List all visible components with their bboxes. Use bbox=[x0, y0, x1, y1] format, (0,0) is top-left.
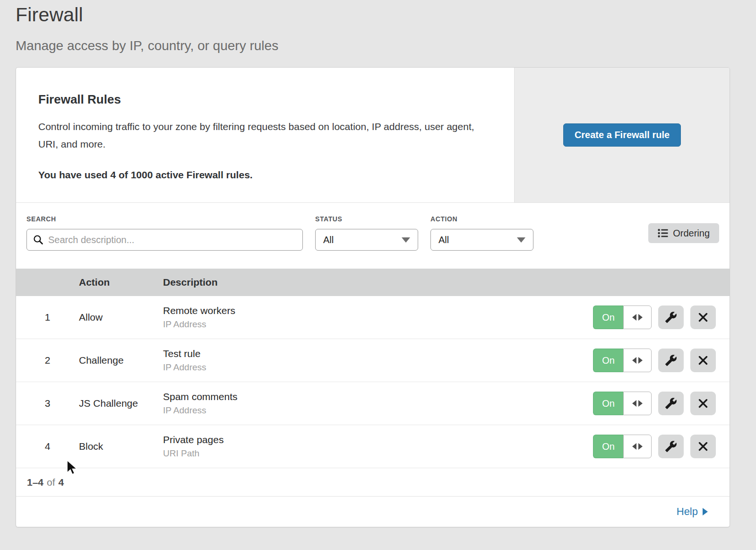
action-label: ACTION bbox=[430, 215, 533, 223]
section-title: Firewall Rules bbox=[38, 92, 486, 107]
help-link-label: Help bbox=[677, 506, 698, 518]
arrow-left-icon bbox=[632, 443, 636, 450]
rule-enabled-toggle[interactable]: On bbox=[593, 392, 652, 415]
x-icon bbox=[697, 355, 709, 366]
action-filter-group: ACTION All bbox=[430, 215, 533, 251]
rule-controls: On bbox=[593, 392, 730, 415]
table-row: 4 Block Private pages URI Path On bbox=[16, 425, 730, 468]
rule-controls: On bbox=[593, 306, 730, 329]
toggle-drag-handle[interactable] bbox=[623, 349, 652, 372]
rule-controls: On bbox=[593, 435, 730, 458]
search-input[interactable] bbox=[48, 235, 297, 245]
status-selected-value: All bbox=[323, 235, 334, 245]
status-label: STATUS bbox=[315, 215, 418, 223]
x-icon bbox=[697, 441, 709, 452]
arrow-right-icon bbox=[638, 357, 643, 364]
x-icon bbox=[697, 398, 709, 409]
toggle-on-label[interactable]: On bbox=[593, 306, 623, 329]
rule-match-type: IP Address bbox=[163, 405, 593, 416]
table-row: 3 JS Challenge Spam comments IP Address … bbox=[16, 382, 730, 425]
toggle-drag-handle[interactable] bbox=[623, 392, 652, 415]
card-footer: Help bbox=[16, 497, 730, 527]
delete-rule-button[interactable] bbox=[690, 392, 716, 415]
rule-action: JS Challenge bbox=[79, 398, 163, 409]
toggle-on-label[interactable]: On bbox=[593, 392, 623, 415]
status-select[interactable]: All bbox=[315, 229, 418, 251]
action-select[interactable]: All bbox=[430, 229, 533, 251]
status-filter-group: STATUS All bbox=[315, 215, 418, 251]
rule-enabled-toggle[interactable]: On bbox=[593, 435, 652, 458]
create-firewall-rule-button[interactable]: Create a Firewall rule bbox=[563, 123, 681, 147]
section-description: Control incoming traffic to your zone by… bbox=[38, 118, 485, 153]
rule-description-title: Private pages bbox=[163, 434, 593, 445]
rule-action: Block bbox=[79, 441, 163, 452]
edit-rule-button[interactable] bbox=[658, 306, 684, 329]
toggle-on-label[interactable]: On bbox=[593, 435, 623, 458]
chevron-down-icon bbox=[402, 237, 410, 243]
rule-description: Remote workers IP Address bbox=[163, 305, 593, 330]
toggle-drag-handle[interactable] bbox=[623, 435, 652, 458]
pagination-of: of bbox=[47, 477, 55, 488]
arrow-left-icon bbox=[632, 357, 636, 364]
help-link[interactable]: Help bbox=[677, 506, 708, 518]
search-box[interactable] bbox=[26, 229, 303, 251]
page-subtitle: Manage access by IP, country, or query r… bbox=[16, 38, 756, 53]
create-rule-panel: Create a Firewall rule bbox=[514, 68, 730, 202]
arrow-right-icon bbox=[638, 314, 643, 321]
x-icon bbox=[697, 312, 709, 323]
edit-rule-button[interactable] bbox=[658, 392, 684, 415]
rule-enabled-toggle[interactable]: On bbox=[593, 349, 652, 372]
rule-description: Test rule IP Address bbox=[163, 348, 593, 373]
firewall-rules-card: Firewall Rules Control incoming traffic … bbox=[16, 67, 730, 527]
rule-match-type: URI Path bbox=[163, 448, 593, 459]
action-selected-value: All bbox=[438, 235, 449, 245]
search-label: SEARCH bbox=[26, 215, 303, 223]
table-header: Action Description bbox=[16, 269, 730, 296]
toggle-drag-handle[interactable] bbox=[623, 306, 652, 329]
table-row: 1 Allow Remote workers IP Address On bbox=[16, 296, 730, 339]
arrow-right-icon bbox=[638, 443, 643, 450]
wrench-icon bbox=[665, 440, 677, 453]
arrow-right-icon bbox=[703, 508, 708, 515]
rule-description-title: Remote workers bbox=[163, 305, 593, 316]
rule-description-title: Test rule bbox=[163, 348, 593, 359]
rule-description-title: Spam comments bbox=[163, 391, 593, 402]
edit-rule-button[interactable] bbox=[658, 435, 684, 458]
rule-description: Spam comments IP Address bbox=[163, 391, 593, 416]
search-icon bbox=[33, 234, 44, 245]
rule-controls: On bbox=[593, 349, 730, 372]
rule-priority: 4 bbox=[16, 441, 79, 452]
wrench-icon bbox=[665, 397, 677, 410]
action-column-header: Action bbox=[79, 277, 163, 288]
firewall-rules-intro-text: Firewall Rules Control incoming traffic … bbox=[16, 68, 514, 202]
delete-rule-button[interactable] bbox=[690, 349, 716, 372]
arrow-right-icon bbox=[638, 400, 643, 407]
rule-match-type: IP Address bbox=[163, 319, 593, 330]
arrow-left-icon bbox=[632, 400, 636, 407]
wrench-icon bbox=[665, 354, 677, 367]
page-header: Firewall Manage access by IP, country, o… bbox=[0, 0, 756, 53]
pagination-summary: 1–4 of 4 bbox=[16, 468, 730, 497]
pagination-range: 1–4 bbox=[27, 477, 43, 488]
firewall-rules-intro-section: Firewall Rules Control incoming traffic … bbox=[16, 68, 730, 202]
page-title: Firewall bbox=[16, 4, 756, 26]
pagination-total: 4 bbox=[59, 477, 64, 488]
delete-rule-button[interactable] bbox=[690, 306, 716, 329]
delete-rule-button[interactable] bbox=[690, 435, 716, 458]
filter-bar: SEARCH STATUS All ACTION All bbox=[16, 202, 730, 269]
rule-action: Allow bbox=[79, 312, 163, 323]
search-filter-group: SEARCH bbox=[26, 215, 303, 251]
edit-rule-button[interactable] bbox=[658, 349, 684, 372]
rule-description: Private pages URI Path bbox=[163, 434, 593, 459]
ordering-button[interactable]: Ordering bbox=[648, 223, 719, 243]
description-column-header: Description bbox=[163, 277, 730, 288]
table-row: 2 Challenge Test rule IP Address On bbox=[16, 339, 730, 382]
chevron-down-icon bbox=[517, 237, 525, 243]
arrow-left-icon bbox=[632, 314, 636, 321]
rule-enabled-toggle[interactable]: On bbox=[593, 306, 652, 329]
rule-priority: 3 bbox=[16, 398, 79, 409]
ordering-button-label: Ordering bbox=[673, 228, 710, 239]
rule-match-type: IP Address bbox=[163, 362, 593, 373]
toggle-on-label[interactable]: On bbox=[593, 349, 623, 372]
usage-summary: You have used 4 of 1000 active Firewall … bbox=[38, 169, 486, 181]
